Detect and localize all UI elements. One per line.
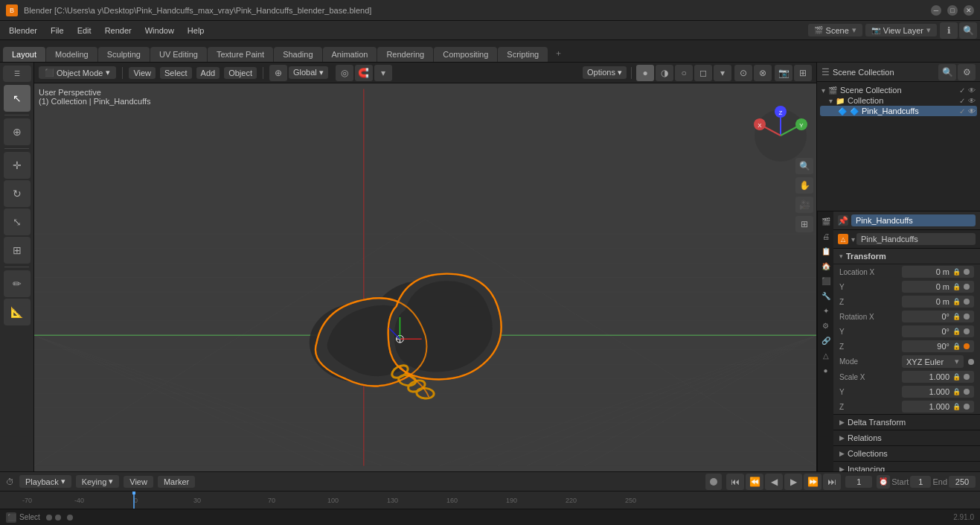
tab-compositing[interactable]: Compositing bbox=[434, 47, 497, 62]
shading-options[interactable]: ▾ bbox=[714, 65, 731, 81]
ortho-icon[interactable]: ⊞ bbox=[795, 216, 813, 232]
maximize-button[interactable]: □ bbox=[947, 5, 958, 16]
tab-sculpting[interactable]: Sculpting bbox=[98, 47, 150, 62]
current-frame-display[interactable]: 1 bbox=[845, 476, 872, 488]
viewport-canvas[interactable]: User Perspective (1) Collection | Pink_H… bbox=[34, 83, 816, 471]
select-tool[interactable]: ↖ bbox=[4, 85, 31, 112]
object-properties-tab[interactable]: ⬛ bbox=[819, 274, 833, 287]
timeline-track-area[interactable]: -70 -40 0 30 70 100 130 160 190 220 250 bbox=[0, 491, 980, 509]
tab-shading[interactable]: Shading bbox=[274, 47, 321, 62]
play-reverse-button[interactable]: ◀ bbox=[765, 474, 783, 490]
menu-help[interactable]: Help bbox=[182, 24, 211, 37]
scale-x-field[interactable]: 1.000 🔒 bbox=[902, 371, 974, 383]
tab-uv-editing[interactable]: UV Editing bbox=[150, 47, 207, 62]
global-transform-selector[interactable]: Global ▾ bbox=[289, 66, 328, 79]
tab-rendering[interactable]: Rendering bbox=[377, 47, 433, 62]
menu-render[interactable]: Render bbox=[99, 24, 138, 37]
scale-y-field[interactable]: 1.000 🔒 bbox=[902, 386, 974, 398]
start-frame-field[interactable]: 1 bbox=[910, 476, 931, 488]
scene-collection-item[interactable]: ▾ 🎬 Scene Collection ✓ 👁 bbox=[820, 85, 977, 95]
record-button[interactable] bbox=[705, 474, 722, 490]
transform-header[interactable]: ▾ Transform bbox=[833, 249, 980, 264]
object-mode-selector[interactable]: ⬛ Object Mode ▾ bbox=[39, 66, 116, 79]
rotation-z-field[interactable]: 90° 🔒 bbox=[902, 340, 974, 352]
zoom-to-selection-icon[interactable]: 🔍 bbox=[795, 158, 813, 174]
instancing-header[interactable]: ▶ Instancing bbox=[833, 462, 980, 471]
location-z-field[interactable]: 0 m 🔒 bbox=[902, 296, 974, 308]
view-layer-properties-tab[interactable]: 📋 bbox=[819, 244, 833, 258]
constraints-properties-tab[interactable]: 🔗 bbox=[819, 334, 833, 347]
grid-icon[interactable]: ⊞ bbox=[794, 65, 812, 81]
scene-selector[interactable]: 🎬 Scene ▾ bbox=[808, 24, 862, 36]
cursor-tool[interactable]: ⊕ bbox=[4, 118, 31, 145]
marker-menu[interactable]: Marker bbox=[158, 476, 195, 488]
pan-icon[interactable]: ✋ bbox=[795, 177, 813, 194]
viewport-shading-material[interactable]: ◑ bbox=[656, 65, 673, 81]
pink-handcuffs-item[interactable]: 🔷 🔷 Pink_Handcuffs ✓ 👁 bbox=[820, 106, 977, 116]
measure-tool[interactable]: 📐 bbox=[4, 299, 31, 325]
data-properties-tab[interactable]: △ bbox=[819, 349, 833, 362]
jump-to-end-button[interactable]: ⏭ bbox=[823, 474, 841, 490]
outliner-options-icon[interactable]: ⚙ bbox=[958, 64, 976, 80]
menu-blender[interactable]: Blender bbox=[3, 24, 43, 37]
output-properties-tab[interactable]: 🖨 bbox=[819, 229, 833, 243]
jump-back-button[interactable]: ⏪ bbox=[746, 474, 763, 490]
options-button[interactable]: Options ▾ bbox=[583, 66, 627, 79]
keying-menu[interactable]: Keying▾ bbox=[76, 475, 120, 488]
transform-tool[interactable]: ⊞ bbox=[4, 237, 31, 264]
camera-icon[interactable]: 📷 bbox=[775, 65, 792, 81]
close-button[interactable]: ✕ bbox=[964, 5, 974, 16]
proportional-editing-icon[interactable]: ◎ bbox=[336, 65, 353, 81]
rotate-tool[interactable]: ↻ bbox=[4, 180, 31, 207]
overlay-icon[interactable]: ⊙ bbox=[734, 65, 752, 81]
location-x-field[interactable]: 0 m 🔒 bbox=[902, 266, 974, 278]
delta-transform-header[interactable]: ▶ Delta Transform bbox=[833, 415, 980, 430]
viewport-shading-solid[interactable]: ● bbox=[636, 65, 654, 81]
menu-file[interactable]: File bbox=[45, 24, 70, 37]
scene-properties-tab[interactable]: 🏠 bbox=[819, 259, 833, 273]
view-menu-tl[interactable]: View bbox=[124, 476, 153, 488]
tab-scripting[interactable]: Scripting bbox=[498, 47, 548, 62]
rotation-mode-selector[interactable]: XYZ Euler ▾ bbox=[902, 355, 964, 368]
tab-texture-paint[interactable]: Texture Paint bbox=[208, 47, 273, 62]
object-name-field[interactable]: Pink_Handcuffs bbox=[851, 214, 976, 226]
menu-window[interactable]: Window bbox=[139, 24, 180, 37]
scale-z-field[interactable]: 1.000 🔒 bbox=[902, 401, 974, 413]
physics-properties-tab[interactable]: ⚙ bbox=[819, 319, 833, 332]
location-y-field[interactable]: 0 m 🔒 bbox=[902, 281, 974, 293]
snap-dropdown[interactable]: ▾ bbox=[374, 65, 392, 81]
mesh-dropdown-icon[interactable]: ▾ bbox=[851, 235, 855, 244]
mesh-name-field[interactable]: Pink_Handcuffs bbox=[856, 233, 976, 245]
add-workspace-button[interactable]: ＋ bbox=[548, 45, 569, 62]
object-menu[interactable]: Object bbox=[224, 67, 257, 79]
select-menu[interactable]: Select bbox=[160, 67, 192, 79]
outliner-filter-icon[interactable]: 🔍 bbox=[938, 64, 956, 80]
info-icon[interactable]: ℹ bbox=[940, 22, 958, 39]
minimize-button[interactable]: ─ bbox=[931, 5, 941, 16]
viewport-shading-rendered[interactable]: ○ bbox=[675, 65, 693, 81]
tab-layout[interactable]: Layout bbox=[3, 47, 45, 62]
playback-menu[interactable]: Playback▾ bbox=[19, 475, 71, 488]
transform-icon[interactable]: ⊕ bbox=[269, 65, 287, 81]
rotation-y-field[interactable]: 0° 🔒 bbox=[902, 325, 974, 337]
material-properties-tab[interactable]: ● bbox=[819, 363, 833, 377]
search-icon[interactable]: 🔍 bbox=[959, 22, 977, 39]
snap-icon[interactable]: 🧲 bbox=[355, 65, 373, 81]
rotation-x-field[interactable]: 0° 🔒 bbox=[902, 311, 974, 322]
move-tool[interactable]: ✛ bbox=[4, 152, 31, 179]
mode-icon[interactable]: ☰ bbox=[3, 66, 31, 82]
tab-modeling[interactable]: Modeling bbox=[46, 47, 97, 62]
scale-tool[interactable]: ⤡ bbox=[4, 209, 31, 235]
jump-to-start-button[interactable]: ⏮ bbox=[726, 474, 744, 490]
menu-edit[interactable]: Edit bbox=[71, 24, 97, 37]
modifier-properties-tab[interactable]: 🔧 bbox=[819, 289, 833, 302]
xray-icon[interactable]: ⊗ bbox=[754, 65, 772, 81]
jump-forward-button[interactable]: ⏩ bbox=[804, 474, 822, 490]
annotate-tool[interactable]: ✏ bbox=[4, 270, 31, 297]
render-properties-tab[interactable]: 🎬 bbox=[819, 214, 833, 228]
relations-header[interactable]: ▶ Relations bbox=[833, 430, 980, 445]
camera-view-icon[interactable]: 🎥 bbox=[795, 197, 813, 213]
particle-properties-tab[interactable]: ✦ bbox=[819, 304, 833, 317]
add-menu[interactable]: Add bbox=[196, 67, 220, 79]
play-button[interactable]: ▶ bbox=[784, 474, 802, 490]
